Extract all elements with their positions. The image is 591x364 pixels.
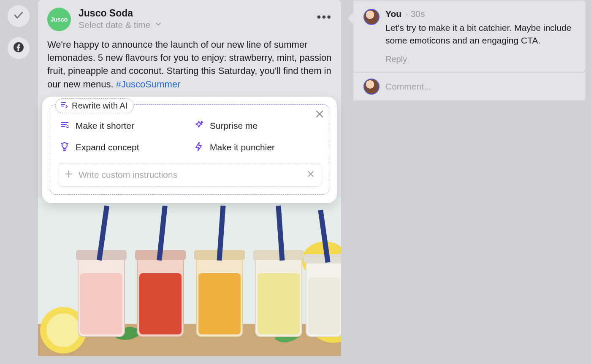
ai-option-label: Make it shorter <box>76 121 134 131</box>
ai-option-expand[interactable]: Expand concept <box>60 141 185 154</box>
comment-thread: You · 30s Let's try to make it a bit cat… <box>353 0 586 101</box>
ai-rewrite-panel: Rewrite with AI Make it shorter <box>42 97 337 203</box>
close-icon <box>306 172 315 179</box>
close-icon <box>314 113 325 120</box>
ai-option-label: Make it punchier <box>210 142 275 152</box>
sparkle-icon <box>194 120 204 132</box>
post-header: Jusco Jusco Soda Select date & time ••• <box>38 0 341 35</box>
brand-avatar[interactable]: Jusco <box>47 8 71 31</box>
svg-rect-41 <box>304 254 341 263</box>
ai-option-label: Surprise me <box>210 121 258 131</box>
post-text: We're happy to announce the launch of ou… <box>47 39 331 90</box>
current-user-avatar[interactable] <box>363 79 380 95</box>
post-body[interactable]: We're happy to announce the launch of ou… <box>38 35 341 97</box>
svg-rect-40 <box>308 277 340 334</box>
ai-rewrite-box: Rewrite with AI Make it shorter <box>50 104 329 195</box>
comment-input[interactable] <box>385 81 575 92</box>
brand-avatar-text: Jusco <box>51 16 68 23</box>
comment-time: · 30s <box>406 9 425 19</box>
confirm-button[interactable] <box>8 5 30 27</box>
svg-line-11 <box>61 143 62 144</box>
lightning-icon <box>194 141 204 154</box>
check-icon <box>13 10 24 22</box>
shorter-icon <box>60 120 70 132</box>
ai-option-surprise[interactable]: Surprise me <box>194 120 320 132</box>
post-composer-card: Jusco Jusco Soda Select date & time ••• … <box>38 0 341 356</box>
post-attached-image[interactable] <box>38 197 341 356</box>
post-hashtag[interactable]: #JuscoSummer <box>116 79 181 90</box>
schedule-text: Select date & time <box>79 20 150 30</box>
ai-custom-clear[interactable] <box>306 170 315 180</box>
ai-option-punchier[interactable]: Make it punchier <box>194 141 320 154</box>
comment-card: You · 30s Let's try to make it a bit cat… <box>353 0 586 72</box>
svg-rect-24 <box>80 273 122 334</box>
comment-author: You <box>385 9 401 19</box>
svg-line-12 <box>67 143 68 144</box>
ai-custom-input[interactable] <box>79 170 301 180</box>
ai-rewrite-legend: Rewrite with AI <box>55 98 134 113</box>
comment-text: Let's try to make it a bit catchier. May… <box>385 22 575 47</box>
ai-panel-close[interactable] <box>314 109 325 119</box>
comment-input-row <box>353 72 586 101</box>
svg-rect-36 <box>258 273 300 334</box>
lightbulb-icon <box>60 141 70 154</box>
svg-point-20 <box>46 313 80 347</box>
svg-rect-28 <box>139 273 182 334</box>
svg-rect-32 <box>198 273 241 334</box>
schedule-picker[interactable]: Select date & time <box>79 20 162 30</box>
facebook-channel-button[interactable] <box>8 37 30 59</box>
brand-name: Jusco Soda <box>79 8 162 19</box>
rewrite-icon <box>60 101 68 111</box>
svg-rect-37 <box>253 250 304 260</box>
left-action-column <box>8 5 30 59</box>
comment-avatar[interactable] <box>363 9 380 25</box>
ai-custom-instruction-row[interactable] <box>58 163 321 187</box>
comment-reply-button[interactable]: Reply <box>385 54 575 64</box>
chevron-down-icon <box>155 20 162 30</box>
comment-meta: You · 30s <box>385 9 575 19</box>
ai-legend-label: Rewrite with AI <box>72 101 127 111</box>
ai-option-label: Expand concept <box>76 142 139 152</box>
facebook-icon <box>13 42 24 54</box>
lemonade-jars-illustration <box>38 197 341 356</box>
post-header-meta: Jusco Soda Select date & time <box>79 8 162 30</box>
ai-option-shorter[interactable]: Make it shorter <box>60 120 185 132</box>
plus-icon <box>64 169 73 180</box>
post-more-menu[interactable]: ••• <box>317 8 332 24</box>
ai-options-grid: Make it shorter Surprise me Expand conce… <box>58 112 321 155</box>
